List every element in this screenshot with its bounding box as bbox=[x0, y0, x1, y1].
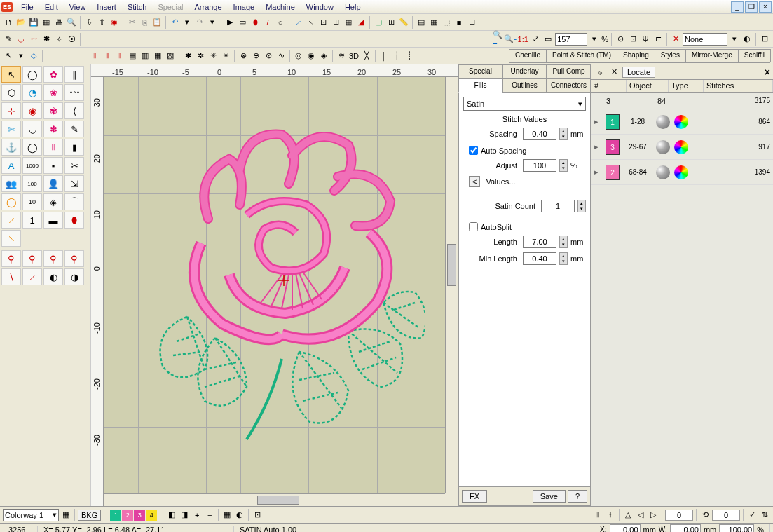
satin3-icon[interactable]: ⫴ bbox=[114, 50, 125, 62]
tool-flower3[interactable]: ✾ bbox=[43, 102, 63, 119]
tool-needle[interactable]: ⇲ bbox=[64, 175, 84, 192]
tab-connectors[interactable]: Connectors bbox=[547, 79, 591, 93]
tool-shape[interactable]: ◔ bbox=[22, 84, 42, 101]
tab-schiffli[interactable]: Schiffli bbox=[738, 49, 771, 62]
menu-image[interactable]: Image bbox=[228, 1, 261, 13]
effect1-icon[interactable]: ≋ bbox=[336, 50, 347, 62]
menu-machine[interactable]: Machine bbox=[260, 1, 301, 13]
menu-file[interactable]: File bbox=[15, 1, 39, 13]
color-swatch[interactable]: 3 bbox=[606, 139, 620, 155]
tool-cut[interactable]: ✄ bbox=[1, 121, 21, 137]
needle-points-icon[interactable]: ⟋ bbox=[292, 17, 303, 28]
colorway-select[interactable]: Colorway 1▾ bbox=[3, 509, 59, 521]
properties-icon[interactable]: ⊟ bbox=[466, 17, 477, 28]
new-icon[interactable]: 🗋 bbox=[3, 17, 14, 28]
outline1-icon[interactable]: │ bbox=[378, 50, 390, 62]
zoom-in-icon[interactable]: 🔍+ bbox=[492, 34, 503, 45]
tool-arc[interactable]: ◡ bbox=[22, 121, 42, 137]
reshape-icon[interactable]: ◇ bbox=[28, 50, 39, 62]
pct1-input[interactable] bbox=[719, 524, 754, 533]
tatami1-icon[interactable]: ▤ bbox=[127, 50, 138, 62]
tab-outlines[interactable]: Outlines bbox=[502, 79, 547, 93]
overview-icon[interactable]: ▦ bbox=[428, 17, 439, 28]
tool-column[interactable]: ⫴ bbox=[43, 139, 63, 156]
tool-1000[interactable]: 1000 bbox=[22, 157, 42, 174]
align-tool1[interactable]: ⫴ bbox=[592, 510, 603, 521]
tab-styles[interactable]: Styles bbox=[655, 49, 686, 62]
truview-icon[interactable]: ⬮ bbox=[249, 17, 261, 28]
save-button[interactable]: Save bbox=[533, 490, 566, 503]
pal-tool2[interactable]: ◨ bbox=[179, 510, 190, 521]
color-swatch[interactable]: 1 bbox=[606, 114, 620, 130]
zoom-fit-icon[interactable]: ⤢ bbox=[530, 34, 541, 45]
tool-node1[interactable]: ⊹ bbox=[1, 102, 21, 119]
adjust-input[interactable] bbox=[523, 159, 556, 172]
autosplit-checkbox[interactable] bbox=[469, 222, 478, 231]
menu-help[interactable]: Help bbox=[339, 1, 367, 13]
redo-icon[interactable]: ↷ bbox=[194, 17, 205, 28]
values-expand-button[interactable]: < bbox=[469, 176, 480, 187]
show-stitches-icon[interactable]: / bbox=[262, 17, 273, 28]
tool-ellipse[interactable]: ⬮ bbox=[64, 212, 84, 229]
tool-line1[interactable]: ∖ bbox=[1, 268, 21, 285]
restore-button[interactable]: ❐ bbox=[745, 1, 758, 13]
flip-tool[interactable]: ⟲ bbox=[699, 510, 711, 521]
tab-chenille[interactable]: Chenille bbox=[509, 49, 547, 62]
zoom-sel-icon[interactable]: ▭ bbox=[542, 34, 554, 45]
bitmap-icon[interactable]: ▦ bbox=[343, 17, 354, 28]
pal-tool1[interactable]: ◧ bbox=[166, 510, 177, 521]
tatami2-icon[interactable]: ▥ bbox=[139, 50, 151, 62]
outline3-icon[interactable]: ┊ bbox=[404, 50, 415, 62]
digitize2-icon[interactable]: ◡ bbox=[15, 34, 27, 45]
clist-row-3[interactable]: ▸ 2 68-84 1394 bbox=[591, 160, 773, 185]
fill-type-select[interactable]: Satin▾ bbox=[463, 97, 586, 111]
tool-square[interactable]: ▪ bbox=[43, 157, 63, 174]
lock-icon[interactable]: ⊙ bbox=[615, 34, 626, 45]
functions-icon[interactable]: ⊡ bbox=[317, 17, 329, 28]
minimize-button[interactable]: _ bbox=[731, 1, 744, 13]
vector-icon[interactable]: ◢ bbox=[355, 17, 367, 28]
menu-view[interactable]: View bbox=[64, 1, 92, 13]
tool-colorball1[interactable]: ◐ bbox=[43, 268, 63, 285]
tool-colorball2[interactable]: ◑ bbox=[64, 268, 84, 285]
fx-button[interactable]: FX bbox=[462, 490, 487, 503]
pointer-drop-icon[interactable]: ▾ bbox=[15, 50, 27, 62]
copy-icon[interactable]: ⎘ bbox=[139, 17, 150, 28]
zoom-100-icon[interactable]: 1:1 bbox=[517, 34, 528, 45]
auto-spacing-checkbox[interactable] bbox=[469, 146, 478, 155]
none-dropdown-icon[interactable]: ▾ bbox=[729, 34, 740, 45]
tool-anchor3[interactable]: ⚲ bbox=[43, 250, 63, 267]
clist-row-2[interactable]: ▸ 3 29-67 917 bbox=[591, 135, 773, 160]
hoop-icon[interactable]: ▢ bbox=[373, 17, 384, 28]
color-swatch[interactable]: 2 bbox=[606, 165, 620, 180]
length-input[interactable] bbox=[523, 236, 556, 248]
branch-icon[interactable]: Ψ bbox=[640, 34, 651, 45]
expand-icon[interactable]: ▸ bbox=[594, 117, 601, 126]
menu-arrange[interactable]: Arrange bbox=[189, 1, 227, 13]
tool-text[interactable]: A bbox=[1, 157, 21, 174]
align-icon[interactable]: ⊏ bbox=[652, 34, 664, 45]
spacing-input[interactable] bbox=[523, 128, 556, 140]
tool-curve[interactable]: 〰 bbox=[64, 84, 84, 101]
tool-anchor1[interactable]: ⚲ bbox=[1, 250, 21, 267]
satin-count-input[interactable] bbox=[541, 200, 575, 212]
satin2-icon[interactable]: ⫴ bbox=[102, 50, 113, 62]
clist-tool1[interactable]: ⟐ bbox=[594, 67, 606, 78]
tool-person[interactable]: 👤 bbox=[43, 175, 63, 192]
auto-center-icon[interactable]: ✱ bbox=[41, 34, 52, 45]
clist-tool2[interactable]: ✕ bbox=[608, 67, 620, 78]
menu-special[interactable]: Special bbox=[152, 1, 189, 13]
digitize3-icon[interactable]: ⬳ bbox=[28, 34, 39, 45]
tool-anchor2[interactable]: ⚲ bbox=[22, 250, 42, 267]
tool-scissors[interactable]: ✂ bbox=[64, 157, 84, 174]
bkg-button[interactable]: BKG bbox=[78, 510, 101, 521]
import-icon[interactable]: ⇩ bbox=[83, 17, 95, 28]
stipple-icon[interactable]: ∿ bbox=[275, 50, 287, 62]
angle2-input[interactable] bbox=[712, 510, 740, 521]
tool-ring[interactable]: ◯ bbox=[1, 193, 21, 210]
tool-run[interactable]: ∥ bbox=[64, 66, 84, 83]
group-icon[interactable]: ⊡ bbox=[627, 34, 638, 45]
canvas[interactable]: -15-10 -50 510 1520 2530 3020 100 -10-20… bbox=[91, 64, 458, 506]
sort-tool[interactable]: ⇅ bbox=[759, 510, 770, 521]
col-type[interactable]: Type bbox=[669, 80, 704, 92]
